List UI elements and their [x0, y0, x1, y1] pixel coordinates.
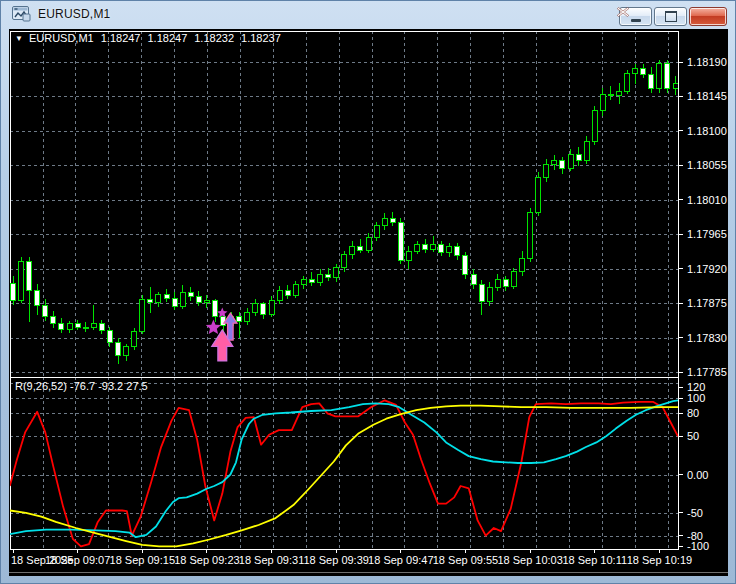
indicator-line-mid	[10, 400, 678, 537]
indicator-line-fast	[10, 400, 678, 546]
time-axis-label[interactable]: 18 Sep 09:47	[368, 554, 433, 566]
time-axis-label[interactable]: 18 Sep 10:19	[627, 554, 692, 566]
chart-client-area: 1.181901.181451.181001.180551.180101.179…	[9, 29, 728, 576]
signal-markers	[206, 308, 237, 361]
indicator-line-slow	[10, 406, 678, 547]
price-axis-label[interactable]: 1.18145	[687, 90, 727, 102]
time-axis-label[interactable]: 18 Sep 09:07	[45, 554, 110, 566]
buy-signal-star-icon	[206, 320, 221, 335]
window: EURUSD,M1 1.181901.181451.181001.180551.…	[0, 0, 736, 584]
indicator-lines	[10, 400, 678, 546]
axis-labels: 1.181901.181451.181001.180551.180101.179…	[11, 56, 727, 566]
pane-borders	[11, 32, 679, 550]
time-axis-label[interactable]: 18 Sep 09:31	[239, 554, 304, 566]
grid-lines	[10, 31, 678, 549]
indicator-axis-label[interactable]: 0.00	[687, 469, 708, 481]
ohlc-low: 1.18232	[194, 32, 234, 44]
indicator-axis-label[interactable]: 80	[687, 407, 699, 419]
indicator-label: R(9,26,52) -76.7 -93.2 27.5	[15, 380, 148, 392]
indicator-axis-label[interactable]: -100	[687, 540, 709, 552]
price-axis-label[interactable]: 1.17875	[687, 297, 727, 309]
chart-symbol-period: EURUSD,M1	[29, 32, 94, 44]
time-axis-label[interactable]: 18 Sep 10:03	[497, 554, 562, 566]
window-title: EURUSD,M1	[38, 7, 110, 21]
ohlc-high: 1.18247	[147, 32, 187, 44]
time-axis-label[interactable]: 18 Sep 09:39	[303, 554, 368, 566]
chart-canvas[interactable]: 1.181901.181451.181001.180551.180101.179…	[9, 29, 728, 576]
indicator-axis-label[interactable]: -50	[687, 507, 703, 519]
chart-window-icon	[12, 6, 31, 22]
price-axis-label[interactable]: 1.17830	[687, 332, 727, 344]
price-axis-label[interactable]: 1.18100	[687, 125, 727, 137]
window-controls	[617, 7, 727, 26]
price-axis-label[interactable]: 1.17785	[687, 366, 727, 378]
price-axis-label[interactable]: 1.18010	[687, 194, 727, 206]
time-axis-label[interactable]: 18 Sep 09:23	[174, 554, 239, 566]
close-icon	[617, 7, 629, 17]
maximize-button[interactable]	[654, 7, 687, 26]
ohlc-close: 1.18237	[241, 32, 281, 44]
time-axis-label[interactable]: 18 Sep 10:11	[562, 554, 627, 566]
indicator-axis-label[interactable]: 100	[687, 392, 705, 404]
client-bottom-bevel	[9, 572, 728, 573]
price-axis-label[interactable]: 1.17965	[687, 228, 727, 240]
chart-ohlc-header: ▼ EURUSD,M1 1.18247 1.18247 1.18232 1.18…	[15, 32, 281, 44]
ohlc-open: 1.18247	[101, 32, 141, 44]
minimize-icon	[631, 19, 641, 22]
buy-signal-star-icon	[217, 308, 228, 318]
maximize-icon	[665, 11, 677, 22]
time-axis-label[interactable]: 18 Sep 09:55	[433, 554, 498, 566]
title-bar[interactable]: EURUSD,M1	[1, 1, 735, 29]
price-axis-label[interactable]: 1.17920	[687, 263, 727, 275]
candles	[11, 60, 679, 364]
indicator-axis-label[interactable]: 50	[687, 430, 699, 442]
price-axis-label[interactable]: 1.18055	[687, 159, 727, 171]
symbol-dropdown-arrow[interactable]: ▼	[15, 34, 23, 43]
price-axis-label[interactable]: 1.18190	[687, 56, 727, 68]
axis-ticks	[13, 62, 683, 553]
time-axis-label[interactable]: 18 Sep 09:15	[110, 554, 175, 566]
close-button[interactable]	[689, 7, 727, 26]
